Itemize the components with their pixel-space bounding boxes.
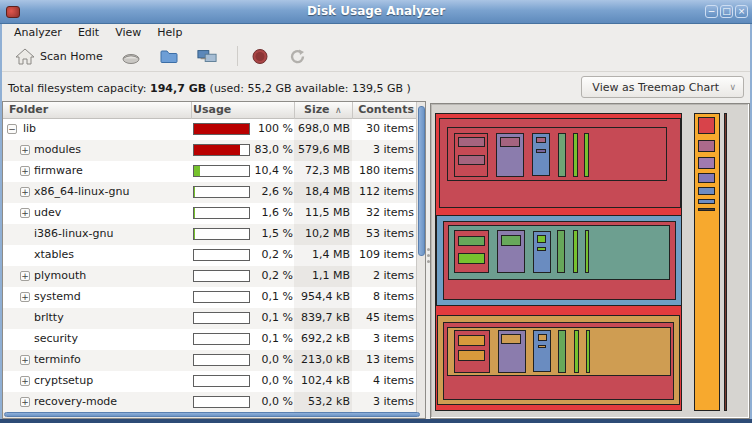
scan-remote-folder-button[interactable] <box>192 46 222 67</box>
treemap-rect[interactable] <box>458 253 485 264</box>
treemap-rect[interactable] <box>558 133 566 177</box>
treemap-rect[interactable] <box>698 117 715 134</box>
scan-home-button[interactable]: Scan Home <box>10 46 108 67</box>
table-row-lib[interactable]: −lib100 %698,0 MB30 items <box>3 119 425 140</box>
treemap-rect[interactable] <box>537 247 546 251</box>
treemap-rect[interactable] <box>536 149 546 153</box>
view-as-dropdown[interactable]: View as Treemap Chart ∨ <box>581 76 744 98</box>
table-row-x86_64-linux-gnu[interactable]: +x86_64-linux-gnu2,6 %18,4 MB112 items <box>3 182 425 203</box>
refresh-button[interactable] <box>283 46 313 67</box>
treemap-rect[interactable] <box>698 187 715 195</box>
expand-icon[interactable]: + <box>20 208 30 218</box>
scan-folder-button[interactable] <box>154 46 184 67</box>
table-row-xtables[interactable]: xtables0,2 %1,4 MB109 items <box>3 245 425 266</box>
expand-icon[interactable]: + <box>20 397 30 407</box>
window-title: Disk Usage Analyzer <box>0 4 752 18</box>
treemap-rect[interactable] <box>501 334 521 344</box>
treemap-rect[interactable] <box>458 350 485 361</box>
stop-button[interactable] <box>245 46 275 67</box>
treemap-rect[interactable] <box>501 235 521 246</box>
usage-bar <box>193 270 250 282</box>
table-row-udev[interactable]: +udev1,6 %11,5 MB32 items <box>3 203 425 224</box>
treemap-rect[interactable] <box>698 199 715 204</box>
treemap-chart[interactable] <box>433 104 749 418</box>
treemap-rect[interactable] <box>573 133 578 177</box>
expand-icon[interactable]: + <box>20 166 30 176</box>
usage-percent: 1,5 % <box>249 227 293 240</box>
minimize-button[interactable]: − <box>705 5 718 18</box>
treemap-rect[interactable] <box>573 230 578 273</box>
treemap-rect[interactable] <box>538 334 547 341</box>
table-row-security[interactable]: security0,1 %692,2 kB3 items <box>3 329 425 350</box>
table-row-plymouth[interactable]: +plymouth0,2 %1,1 MB2 items <box>3 266 425 287</box>
contents-value: 13 items <box>353 353 414 366</box>
header-folder[interactable]: Folder <box>9 103 48 116</box>
treemap-rect[interactable] <box>557 230 565 273</box>
maximize-button[interactable]: □ <box>720 5 733 18</box>
folder-name: xtables <box>34 248 74 261</box>
horizontal-scrollbar[interactable] <box>3 412 425 418</box>
treemap-rect[interactable] <box>586 330 590 373</box>
expand-icon[interactable]: + <box>20 292 30 302</box>
vertical-scrollbar-thumb[interactable] <box>418 106 425 256</box>
menu-help[interactable]: Help <box>149 25 190 40</box>
treemap-rect[interactable] <box>558 330 566 373</box>
header-contents[interactable]: Contents <box>355 103 414 116</box>
treemap-rect[interactable] <box>698 173 715 183</box>
treemap-rect[interactable] <box>500 137 520 147</box>
expand-icon[interactable]: + <box>20 145 30 155</box>
menu-view[interactable]: View <box>107 25 149 40</box>
treemap-rect[interactable] <box>724 113 727 411</box>
table-row-modules[interactable]: +modules83,0 %579,6 MB3 items <box>3 140 425 161</box>
expand-icon[interactable]: + <box>20 376 30 386</box>
collapse-icon[interactable]: − <box>7 124 17 134</box>
horizontal-scrollbar-thumb[interactable] <box>4 412 420 417</box>
header-size[interactable]: Size <box>304 103 330 116</box>
header-usage[interactable]: Usage <box>193 103 231 116</box>
treemap-rect[interactable] <box>698 157 715 169</box>
treemap-rect[interactable] <box>536 137 546 143</box>
treemap-rect[interactable] <box>574 330 579 373</box>
treemap-rect[interactable] <box>584 133 589 177</box>
vertical-scrollbar[interactable] <box>416 102 425 413</box>
expand-icon[interactable]: + <box>20 187 30 197</box>
treemap-rect[interactable] <box>538 345 546 348</box>
treemap-rect[interactable] <box>698 208 715 211</box>
treemap-rect[interactable] <box>698 140 715 152</box>
menu-analyzer[interactable]: Analyzer <box>6 25 70 40</box>
treemap-rect[interactable] <box>458 137 485 147</box>
contents-value: 45 items <box>353 311 414 324</box>
table-row-brltty[interactable]: brltty0,1 %839,7 kB45 items <box>3 308 425 329</box>
usage-bar <box>193 375 250 387</box>
usage-bar <box>193 123 250 135</box>
usage-percent: 0,2 % <box>249 248 293 261</box>
treemap-rect[interactable] <box>458 236 485 246</box>
size-value: 1,1 MB <box>296 269 350 282</box>
contents-value: 3 items <box>353 143 414 156</box>
table-row-cryptsetup[interactable]: +cryptsetup0,0 %102,4 kB4 items <box>3 371 425 392</box>
close-button[interactable]: × <box>735 5 748 18</box>
table-row-recovery-mode[interactable]: +recovery-mode0,0 %53,2 kB3 items <box>3 392 425 413</box>
table-row-firmware[interactable]: +firmware10,4 %72,3 MB180 items <box>3 161 425 182</box>
expand-icon[interactable]: + <box>20 355 30 365</box>
usage-bar <box>193 333 250 345</box>
table-row-systemd[interactable]: +systemd0,1 %954,4 kB8 items <box>3 287 425 308</box>
usage-bar <box>193 354 250 366</box>
treemap-rect[interactable] <box>458 155 485 165</box>
usage-bar-fill <box>194 187 195 197</box>
usage-bar <box>193 396 250 408</box>
stop-icon <box>250 48 270 65</box>
treemap-rect[interactable] <box>537 235 546 243</box>
scan-filesystem-button[interactable] <box>116 46 146 67</box>
table-row-terminfo[interactable]: +terminfo0,0 %213,0 kB13 items <box>3 350 425 371</box>
table-row-i386-linux-gnu[interactable]: i386-linux-gnu1,5 %10,2 MB53 items <box>3 224 425 245</box>
expand-icon[interactable]: + <box>20 271 30 281</box>
usage-percent: 100 % <box>249 122 293 135</box>
treemap-rect[interactable] <box>585 230 589 273</box>
folder-name: firmware <box>34 164 83 177</box>
usage-bar <box>193 165 250 177</box>
scan-home-label: Scan Home <box>40 50 103 63</box>
usage-percent: 0,1 % <box>249 332 293 345</box>
treemap-rect[interactable] <box>458 335 485 346</box>
menu-edit[interactable]: Edit <box>70 25 107 40</box>
